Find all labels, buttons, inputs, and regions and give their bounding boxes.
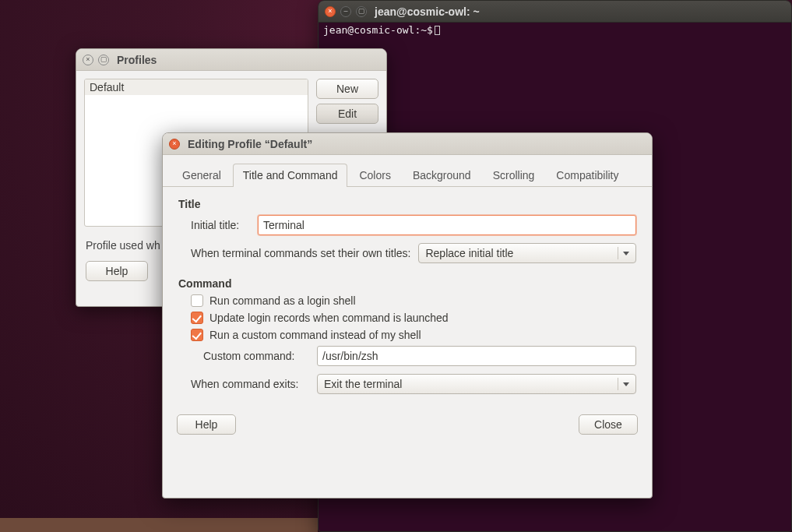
cursor-icon [435,26,440,35]
custom-command-input[interactable] [317,346,636,366]
new-button[interactable]: New [316,79,378,99]
when-command-exits-dropdown[interactable]: Exit the terminal [317,374,636,394]
chevron-down-icon [623,382,629,386]
close-icon[interactable]: × [169,139,180,150]
title-section-head: Title [178,198,636,210]
update-login-records-label: Update login records when command is lau… [209,312,449,324]
tab-content: Title Initial title: When terminal comma… [163,187,652,405]
close-icon[interactable]: × [83,55,93,65]
close-button[interactable]: Close [579,414,638,435]
list-item[interactable]: Default [85,79,308,95]
run-custom-command-label: Run a custom command instead of my shell [209,329,421,341]
tab-background[interactable]: Background [403,164,481,187]
chevron-down-icon [623,252,629,255]
dialog-titlebar[interactable]: × Editing Profile “Default” [163,133,652,155]
dialog-title: Editing Profile “Default” [188,138,312,150]
when-own-titles-dropdown[interactable]: Replace initial title [418,243,636,263]
help-button[interactable]: Help [177,414,236,435]
custom-command-label: Custom command: [203,350,309,362]
minimize-icon[interactable]: – [340,6,351,17]
profiles-title: Profiles [117,54,157,66]
edit-button[interactable]: Edit [316,104,378,124]
update-login-records-checkbox[interactable] [191,312,203,324]
tab-strip: General Title and Command Colors Backgro… [163,155,652,187]
tab-title-and-command[interactable]: Title and Command [233,164,348,187]
dropdown-value: Replace initial title [425,247,513,259]
when-command-exits-label: When command exits: [191,378,309,390]
initial-title-label: Initial title: [191,219,250,231]
close-icon[interactable]: × [325,6,336,17]
run-custom-command-checkbox[interactable] [191,329,203,341]
tab-scrolling[interactable]: Scrolling [483,164,545,187]
initial-title-input[interactable] [258,215,636,235]
dropdown-value: Exit the terminal [324,378,402,390]
tab-general[interactable]: General [172,164,231,187]
profiles-titlebar[interactable]: × ▢ Profiles [76,49,386,71]
when-own-titles-label: When terminal commands set their own tit… [191,247,410,259]
terminal-title: jean@cosmic-owl: ~ [375,5,480,18]
help-button[interactable]: Help [86,261,148,281]
terminal-prompt: jean@cosmic-owl:~$ [323,24,433,36]
login-shell-checkbox[interactable] [191,294,203,307]
terminal-body[interactable]: jean@cosmic-owl:~$ [319,23,791,37]
editing-profile-dialog: × Editing Profile “Default” General Titl… [162,132,653,499]
login-shell-label: Run command as a login shell [209,294,356,307]
maximize-icon[interactable]: ▢ [98,55,109,65]
tab-compatibility[interactable]: Compatibility [546,164,628,187]
maximize-icon[interactable]: ▢ [356,6,367,17]
tab-colors[interactable]: Colors [349,164,400,187]
command-section-head: Command [178,277,636,290]
terminal-titlebar[interactable]: × – ▢ jean@cosmic-owl: ~ [319,1,791,23]
